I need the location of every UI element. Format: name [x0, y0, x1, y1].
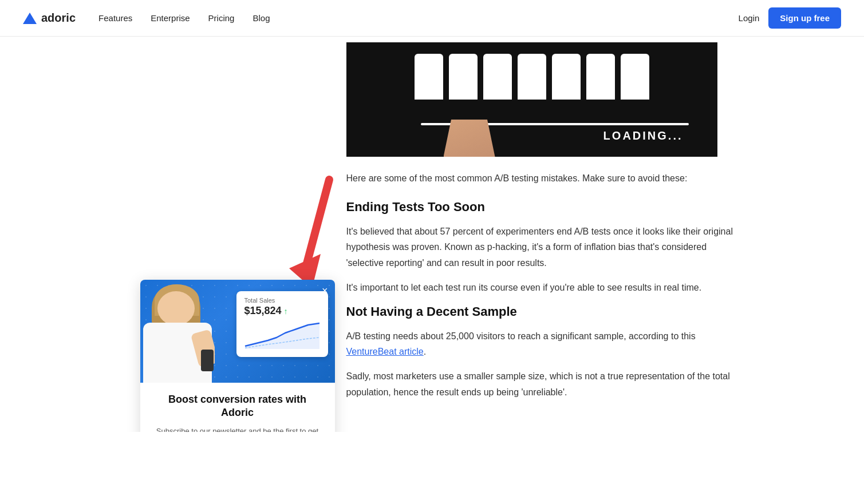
article-intro: Here are some of the most common A/B tes… — [346, 170, 736, 186]
popup-chart-card: Total Sales $15,824 ↑ — [236, 291, 328, 357]
section2-heading: Not Having a Decent Sample — [346, 304, 736, 319]
left-sidebar: × — [129, 42, 346, 432]
trend-up-icon: ↑ — [284, 307, 288, 316]
nav-blog[interactable]: Blog — [253, 13, 270, 23]
header: adoric Features Enterprise Pricing Blog … — [0, 0, 864, 37]
section1-body2: It's important to let each test run its … — [346, 280, 736, 295]
popup-chart-value: $15,824 ↑ — [244, 305, 320, 317]
content-wrapper: × — [129, 37, 736, 432]
popup-woman-illustration — [140, 280, 215, 383]
login-button[interactable]: Login — [739, 13, 760, 23]
header-left: adoric Features Enterprise Pricing Blog — [23, 11, 270, 25]
red-arrow-indicator — [289, 174, 346, 291]
nav-enterprise[interactable]: Enterprise — [151, 13, 190, 23]
logo-text: adoric — [41, 11, 76, 25]
logo[interactable]: adoric — [23, 11, 76, 25]
svg-line-0 — [306, 180, 329, 265]
loading-text: LOADING... — [603, 129, 683, 142]
popup-chart-label: Total Sales — [244, 297, 320, 304]
nav-pricing[interactable]: Pricing — [208, 13, 235, 23]
hero-image: LOADING... — [346, 42, 717, 157]
section2-body1: A/B testing needs about 25,000 visitors … — [346, 328, 736, 359]
venturebeat-link[interactable]: VentureBeat article — [346, 347, 424, 356]
main-nav: Features Enterprise Pricing Blog — [98, 13, 270, 23]
popup-close-button[interactable]: × — [322, 285, 328, 296]
popup-widget: × — [140, 280, 335, 432]
section1-body1: It's believed that about 57 percent of e… — [346, 224, 736, 271]
section1-heading: Ending Tests Too Soon — [346, 200, 736, 215]
article-content: LOADING... Here are some of the most com… — [346, 42, 736, 432]
logo-triangle-icon — [23, 13, 37, 24]
signup-button[interactable]: Sign up free — [768, 7, 841, 29]
popup-body: Boost conversion rates with Adoric Subsc… — [140, 383, 335, 432]
popup-title: Boost conversion rates with Adoric — [152, 393, 323, 420]
header-right: Login Sign up free — [739, 7, 841, 29]
section2-body2: Sadly, most marketers use a smaller samp… — [346, 368, 736, 399]
nav-features[interactable]: Features — [98, 13, 132, 23]
page: × — [117, 37, 747, 432]
popup-image-area: Total Sales $15,824 ↑ — [140, 280, 335, 383]
popup-chart-svg — [244, 320, 320, 349]
popup-subtitle: Subscribe to our newsletter and be the f… — [152, 426, 323, 432]
